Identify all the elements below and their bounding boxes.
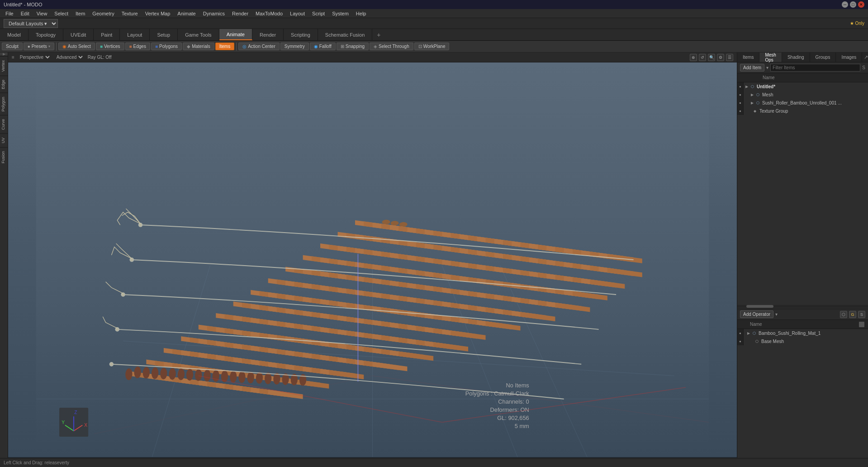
mesh-ops-icon-1[interactable]: ⬡ bbox=[840, 311, 847, 318]
right-tab-mesh-ops[interactable]: Mesh Ops bbox=[759, 52, 782, 62]
right-tab-images[interactable]: Images bbox=[836, 52, 862, 62]
3d-scene[interactable]: X Y Z No Items Polygons : Catmull-Clark … bbox=[8, 62, 737, 457]
mop-icon-base: ⬡ bbox=[754, 338, 759, 344]
viewport-advanced-dropdown[interactable]: Advanced bbox=[55, 54, 84, 60]
menu-render[interactable]: Render bbox=[228, 10, 252, 17]
items-button[interactable]: Items bbox=[215, 43, 234, 50]
menu-dynamics[interactable]: Dynamics bbox=[199, 10, 228, 17]
viewport-icon-5[interactable]: ☰ bbox=[726, 54, 733, 61]
item-triangle-sushi[interactable]: ▶ bbox=[751, 101, 754, 105]
right-tab-items[interactable]: Items bbox=[737, 52, 759, 62]
viewport-3d[interactable]: ≡ Perspective Advanced Ray GL: Off ⊕ ↺ 🔍… bbox=[8, 52, 737, 467]
item-triangle-mesh[interactable]: ▶ bbox=[751, 93, 754, 97]
sidebar-tab-curve[interactable]: Curve bbox=[0, 115, 8, 133]
add-tab-button[interactable]: + bbox=[372, 29, 385, 40]
symmetry-button[interactable]: Symmetry bbox=[280, 43, 309, 50]
menu-item[interactable]: Item bbox=[72, 10, 89, 17]
mesh-ops-g-btn[interactable]: G bbox=[849, 311, 856, 318]
menu-view[interactable]: View bbox=[33, 10, 51, 17]
item-untitled[interactable]: ▶ ⬡ Untitled* bbox=[744, 82, 868, 91]
tab-render[interactable]: Render bbox=[252, 29, 284, 40]
layout-dropdown[interactable]: Default Layouts ▾ bbox=[4, 19, 58, 28]
action-center-button[interactable]: ◎ Action Center bbox=[238, 43, 280, 50]
mop-eye-1[interactable]: ● bbox=[737, 329, 743, 337]
eye-texture[interactable]: ● bbox=[737, 107, 743, 115]
tab-setup[interactable]: Setup bbox=[150, 29, 178, 40]
mop-eye-2[interactable]: ● bbox=[737, 337, 743, 345]
mesh-ops-list-header: Name bbox=[737, 320, 868, 329]
maximize-button[interactable]: □ bbox=[850, 1, 856, 8]
item-sushi-roller[interactable]: ▶ ⬡ Sushi_Roller_Bamboo_Unrolled_001 ... bbox=[744, 99, 868, 107]
menu-edit[interactable]: Edit bbox=[17, 10, 33, 17]
materials-button[interactable]: ◆ Materials bbox=[183, 43, 214, 50]
sidebar-tab-uv[interactable]: UV bbox=[0, 133, 8, 147]
menu-animate[interactable]: Animate bbox=[174, 10, 199, 17]
viewport-icon-2[interactable]: ↺ bbox=[699, 54, 706, 61]
minimize-button[interactable]: ─ bbox=[842, 1, 848, 8]
tab-uvedit[interactable]: UVEdit bbox=[63, 29, 94, 40]
only-button[interactable]: ★ Only bbox=[850, 21, 864, 26]
item-texture-group[interactable]: ◈ Texture Group bbox=[744, 107, 868, 115]
select-through-button[interactable]: ◈ Select Through bbox=[370, 43, 413, 50]
viewport-icon-3[interactable]: 🔍 bbox=[708, 54, 715, 61]
viewport-icon-4[interactable]: ⚙ bbox=[717, 54, 724, 61]
sidebar-collapse-top[interactable]: ▶ bbox=[0, 52, 8, 56]
auto-select-button[interactable]: ◉ Auto Select bbox=[58, 43, 95, 50]
close-button[interactable]: ✕ bbox=[858, 1, 864, 8]
menu-vertex-map[interactable]: Vertex Map bbox=[142, 10, 174, 17]
sidebar-tab-fusion[interactable]: Fusion bbox=[0, 147, 8, 167]
item-triangle-untitled[interactable]: ▶ bbox=[745, 85, 748, 89]
menu-maxtomode[interactable]: MaxToModo bbox=[252, 10, 286, 17]
menu-texture[interactable]: Texture bbox=[118, 10, 142, 17]
workplane-button[interactable]: ⊡ WorkPlane bbox=[414, 43, 450, 50]
right-tab-groups[interactable]: Groups bbox=[810, 52, 836, 62]
sidebar-tab-vertex[interactable]: Vertex bbox=[0, 56, 8, 76]
right-tab-shading[interactable]: Shading bbox=[782, 52, 810, 62]
items-panel-s-icon[interactable]: S bbox=[862, 65, 865, 70]
vertices-button[interactable]: ■ Vertices bbox=[96, 43, 124, 50]
mop-item-base-mesh[interactable]: ⬡ Base Mesh bbox=[744, 337, 868, 345]
mesh-ops-list: ● ● ▶ ⬡ Bamboo_Sushi_Rolling_Mat_1 ⬡ Bas… bbox=[737, 329, 868, 467]
mop-triangle-bamboo[interactable]: ▶ bbox=[747, 331, 750, 335]
mop-item-bamboo[interactable]: ▶ ⬡ Bamboo_Sushi_Rolling_Mat_1 bbox=[744, 329, 868, 337]
polygons-button[interactable]: ■ Polygons bbox=[151, 43, 182, 50]
falloff-button[interactable]: ◉ Falloff bbox=[310, 43, 336, 50]
layout-bar: Default Layouts ▾ ★ Only bbox=[0, 18, 868, 29]
menu-help[interactable]: Help bbox=[352, 10, 370, 17]
eye-sushi[interactable]: ● bbox=[737, 99, 743, 107]
tab-model[interactable]: Model bbox=[0, 29, 28, 40]
sidebar-tab-polygon[interactable]: Polygon bbox=[0, 93, 8, 115]
right-panel-expand-icon[interactable]: ↗ bbox=[864, 54, 868, 60]
sculpt-button[interactable]: Sculpt bbox=[2, 43, 23, 50]
eye-untitled[interactable]: ● bbox=[737, 82, 743, 91]
edges-button[interactable]: ■ Edges bbox=[125, 43, 150, 50]
presets-button[interactable]: ● Presets ▾ bbox=[24, 43, 54, 50]
viewport-perspective-dropdown[interactable]: Perspective bbox=[18, 54, 51, 60]
filter-items-input[interactable] bbox=[770, 64, 860, 71]
menu-select[interactable]: Select bbox=[51, 10, 72, 17]
viewport-menu-icon[interactable]: ≡ bbox=[12, 55, 14, 60]
tab-paint[interactable]: Paint bbox=[94, 29, 120, 40]
menu-system[interactable]: System bbox=[328, 10, 352, 17]
add-operator-button[interactable]: Add Operator bbox=[740, 310, 773, 318]
item-mesh[interactable]: ▶ ⬡ Mesh bbox=[744, 91, 868, 99]
tab-animate[interactable]: Animate bbox=[219, 29, 252, 40]
eye-mesh[interactable]: ● bbox=[737, 91, 743, 99]
menu-layout[interactable]: Layout bbox=[286, 10, 308, 17]
mesh-ops-s-btn[interactable]: S bbox=[858, 311, 865, 318]
snapping-button[interactable]: ⊞ Snapping bbox=[337, 43, 369, 50]
menu-file[interactable]: File bbox=[2, 10, 17, 17]
mesh-ops-toggle[interactable] bbox=[859, 322, 864, 327]
tab-schematic-fusion[interactable]: Schematic Fusion bbox=[318, 29, 372, 40]
menu-script[interactable]: Script bbox=[308, 10, 328, 17]
tab-game-tools[interactable]: Game Tools bbox=[178, 29, 219, 40]
add-operator-dropdown-icon[interactable]: ▾ bbox=[775, 312, 778, 317]
tab-topology[interactable]: Topology bbox=[28, 29, 63, 40]
add-item-button[interactable]: Add Item bbox=[740, 64, 764, 71]
tab-scripting[interactable]: Scripting bbox=[284, 29, 318, 40]
tab-layout[interactable]: Layout bbox=[120, 29, 150, 40]
viewport-icon-1[interactable]: ⊕ bbox=[690, 54, 697, 61]
sidebar-tab-edge[interactable]: Edge bbox=[0, 76, 8, 93]
menu-geometry[interactable]: Geometry bbox=[89, 10, 118, 17]
add-item-dropdown-icon[interactable]: ▾ bbox=[766, 65, 768, 70]
